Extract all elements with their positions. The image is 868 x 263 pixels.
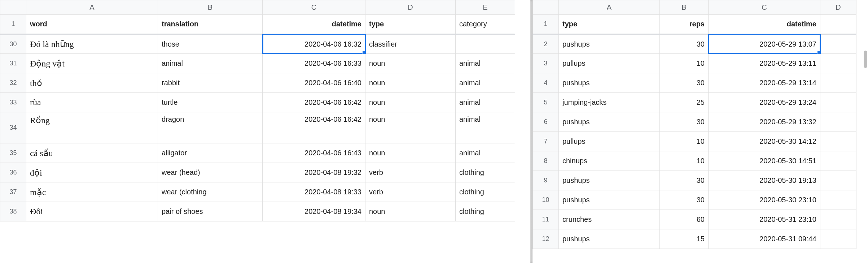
- row-header-12[interactable]: 12: [533, 229, 559, 249]
- row-header-1[interactable]: 1: [533, 15, 559, 34]
- cell-A30[interactable]: Đó là những: [26, 34, 158, 54]
- cell-D7[interactable]: [820, 132, 856, 151]
- row-header-32[interactable]: 32: [0, 73, 26, 93]
- cell-B2[interactable]: 30: [660, 34, 709, 54]
- cell-D6[interactable]: [820, 112, 856, 132]
- cell-D9[interactable]: [820, 171, 856, 190]
- cell-B33[interactable]: turtle: [158, 93, 263, 112]
- cell-B12[interactable]: 15: [660, 229, 709, 249]
- cell-C2[interactable]: 2020-05-29 13:07: [709, 34, 820, 54]
- cell-B31[interactable]: animal: [158, 54, 263, 73]
- cell-E35[interactable]: animal: [456, 143, 515, 163]
- cell-A1[interactable]: type: [559, 15, 660, 34]
- cell-B7[interactable]: 10: [660, 132, 709, 151]
- cell-D33[interactable]: noun: [365, 93, 456, 112]
- cell-D5[interactable]: [820, 93, 856, 112]
- cell-A9[interactable]: pushups: [559, 171, 660, 190]
- row-header-8[interactable]: 8: [533, 151, 559, 171]
- cell-B11[interactable]: 60: [660, 210, 709, 229]
- cell-D31[interactable]: noun: [365, 54, 456, 73]
- cell-A31[interactable]: Động vật: [26, 54, 158, 73]
- cell-C34[interactable]: 2020-04-06 16:42: [263, 112, 365, 143]
- col-header-B[interactable]: B: [158, 0, 263, 15]
- cell-A8[interactable]: chinups: [559, 151, 660, 171]
- cell-E1[interactable]: category: [456, 15, 515, 34]
- cell-D30[interactable]: classifier: [365, 34, 456, 54]
- cell-C1[interactable]: datetime: [709, 15, 820, 34]
- grid-right[interactable]: A B C D 1 type reps datetime 2pushups302…: [532, 0, 856, 249]
- row-header-10[interactable]: 10: [533, 190, 559, 210]
- cell-B9[interactable]: 30: [660, 171, 709, 190]
- cell-D37[interactable]: verb: [365, 182, 456, 202]
- col-header-A[interactable]: A: [559, 0, 660, 15]
- col-header-E[interactable]: E: [456, 0, 515, 15]
- cell-B35[interactable]: alligator: [158, 143, 263, 163]
- cell-C35[interactable]: 2020-04-06 16:43: [263, 143, 365, 163]
- cell-D4[interactable]: [820, 73, 856, 93]
- col-header-C[interactable]: C: [709, 0, 820, 15]
- col-header-B[interactable]: B: [660, 0, 709, 15]
- cell-B8[interactable]: 10: [660, 151, 709, 171]
- cell-B30[interactable]: those: [158, 34, 263, 54]
- row-header-30[interactable]: 30: [0, 34, 26, 54]
- cell-B37[interactable]: wear (clothing: [158, 182, 263, 202]
- row-header-35[interactable]: 35: [0, 143, 26, 163]
- cell-E32[interactable]: animal: [456, 73, 515, 93]
- col-header-A[interactable]: A: [26, 0, 158, 15]
- cell-C31[interactable]: 2020-04-06 16:33: [263, 54, 365, 73]
- cell-D38[interactable]: noun: [365, 202, 456, 221]
- cell-C12[interactable]: 2020-05-31 09:44: [709, 229, 820, 249]
- row-header-34[interactable]: 34: [0, 112, 26, 143]
- cell-C6[interactable]: 2020-05-29 13:32: [709, 112, 820, 132]
- cell-E30[interactable]: [456, 34, 515, 54]
- cell-A10[interactable]: pushups: [559, 190, 660, 210]
- cell-C9[interactable]: 2020-05-30 19:13: [709, 171, 820, 190]
- cell-D1[interactable]: [820, 15, 856, 34]
- row-header-5[interactable]: 5: [533, 93, 559, 112]
- cell-E33[interactable]: animal: [456, 93, 515, 112]
- cell-D3[interactable]: [820, 54, 856, 73]
- cell-A38[interactable]: Đôi: [26, 202, 158, 221]
- cell-A11[interactable]: crunches: [559, 210, 660, 229]
- cell-C8[interactable]: 2020-05-30 14:51: [709, 151, 820, 171]
- cell-B1[interactable]: translation: [158, 15, 263, 34]
- cell-D8[interactable]: [820, 151, 856, 171]
- cell-B6[interactable]: 30: [660, 112, 709, 132]
- cell-C7[interactable]: 2020-05-30 14:12: [709, 132, 820, 151]
- cell-A6[interactable]: pushups: [559, 112, 660, 132]
- cell-D35[interactable]: noun: [365, 143, 456, 163]
- cell-B34[interactable]: dragon: [158, 112, 263, 143]
- cell-A7[interactable]: pullups: [559, 132, 660, 151]
- cell-C32[interactable]: 2020-04-06 16:40: [263, 73, 365, 93]
- cell-B3[interactable]: 10: [660, 54, 709, 73]
- cell-A34[interactable]: Rồng: [26, 112, 158, 143]
- cell-D2[interactable]: [820, 34, 856, 54]
- row-header-6[interactable]: 6: [533, 112, 559, 132]
- cell-C11[interactable]: 2020-05-31 23:10: [709, 210, 820, 229]
- cell-B36[interactable]: wear (head): [158, 163, 263, 182]
- cell-C38[interactable]: 2020-04-08 19:34: [263, 202, 365, 221]
- cell-D12[interactable]: [820, 229, 856, 249]
- cell-A5[interactable]: jumping-jacks: [559, 93, 660, 112]
- cell-C30[interactable]: 2020-04-06 16:32: [263, 34, 365, 54]
- cell-B1[interactable]: reps: [660, 15, 709, 34]
- cell-A32[interactable]: thỏ: [26, 73, 158, 93]
- cell-C5[interactable]: 2020-05-29 13:24: [709, 93, 820, 112]
- grid-left[interactable]: A B C D E 1 word translation datetime ty…: [0, 0, 515, 221]
- cell-E38[interactable]: clothing: [456, 202, 515, 221]
- cell-B5[interactable]: 25: [660, 93, 709, 112]
- cell-A12[interactable]: pushups: [559, 229, 660, 249]
- cell-C37[interactable]: 2020-04-08 19:33: [263, 182, 365, 202]
- cell-A36[interactable]: đội: [26, 163, 158, 182]
- cell-C10[interactable]: 2020-05-30 23:10: [709, 190, 820, 210]
- select-all-corner[interactable]: [0, 0, 26, 15]
- row-header-37[interactable]: 37: [0, 182, 26, 202]
- cell-E31[interactable]: animal: [456, 54, 515, 73]
- row-header-38[interactable]: 38: [0, 202, 26, 221]
- col-header-D[interactable]: D: [820, 0, 856, 15]
- cell-A4[interactable]: pushups: [559, 73, 660, 93]
- cell-A37[interactable]: mặc: [26, 182, 158, 202]
- cell-A35[interactable]: cá sấu: [26, 143, 158, 163]
- row-header-1[interactable]: 1: [0, 15, 26, 34]
- col-header-C[interactable]: C: [263, 0, 365, 15]
